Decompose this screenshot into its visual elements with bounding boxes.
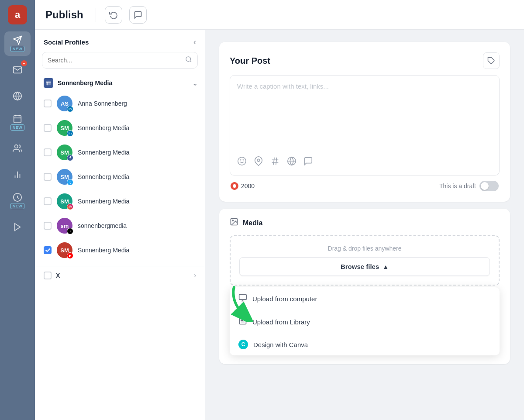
globe-icon [13,91,22,101]
caption-area[interactable]: Write a caption with text, links... [230,75,500,176]
caption-toolbar [237,156,492,168]
tag-button[interactable] [483,52,500,69]
profile-item[interactable]: SM f Sonnenberg Media [35,140,205,165]
profile-item[interactable]: SM ▶ Sonnenberg Media [35,238,205,262]
nav-item-analytics[interactable] [4,162,31,187]
profile-checkbox[interactable] [44,173,52,181]
nav-item-team[interactable] [4,136,31,161]
profile-name: Sonnenberg Media [78,198,129,205]
group-header[interactable]: Sonnenberg Media ⌄ [35,75,205,91]
svg-rect-15 [46,81,51,86]
location-button[interactable] [254,156,263,168]
analytics-icon [13,170,22,179]
search-icon [185,56,192,65]
post-section-title: Your Post [230,56,270,66]
profile-name: Anna Sonnenberg [78,100,127,107]
left-navigation: a NEW ● NEW [0,0,35,420]
profile-checkbox[interactable] [44,148,52,156]
drop-text: Drag & drop files anywhere [239,245,490,252]
network-badge-linkedin: in [67,106,73,112]
char-count-area: 2000 [231,182,255,190]
browse-label: Browse files [341,263,379,270]
profile-item[interactable]: SM ◎ Sonnenberg Media [35,189,205,213]
translate-button[interactable] [287,156,296,168]
network-badge-linkedin: in [67,130,73,137]
history-button[interactable] [105,6,122,24]
network-badge-youtube: ▶ [67,252,73,259]
profile-item[interactable]: AS in Anna Sonnenberg [35,91,205,116]
draft-area: This is a draft [439,181,499,191]
svg-line-14 [190,61,191,62]
profile-checkbox[interactable] [44,100,52,107]
x-group[interactable]: X › [35,266,205,285]
draft-toggle[interactable] [479,181,499,191]
history-icon [109,10,118,19]
nav-item-publish[interactable]: NEW [4,31,31,56]
nav-new-badge: NEW [10,46,25,52]
profile-checkbox[interactable] [44,124,52,132]
profile-checkbox[interactable] [44,197,52,205]
x-group-checkbox[interactable] [44,272,52,279]
char-limit-icon [231,182,238,190]
calendar-new-badge: NEW [10,124,25,131]
media-title: Media [243,219,262,227]
video-icon [13,222,22,232]
upload-library-item[interactable]: Upload from Library [230,310,500,334]
app-logo[interactable]: a [8,5,27,24]
svg-line-26 [276,158,277,165]
profiles-header: Social Profiles ‹ [35,30,205,52]
post-area: Your Post Write a caption with text, lin… [205,30,524,420]
inbox-badge: ● [21,60,27,66]
group-name: Sonnenberg Media [58,79,188,86]
svg-line-25 [273,158,274,165]
char-count: 2000 [241,182,255,189]
profile-checkbox[interactable] [44,222,52,230]
emoji-button[interactable] [237,156,247,168]
page-title: Publish [45,9,83,21]
group-icon [44,78,53,88]
nav-item-listen[interactable] [4,84,31,108]
profiles-title: Social Profiles [44,38,89,46]
inbox-icon [13,65,22,75]
post-header: Your Post [230,52,500,69]
profile-item[interactable]: sm ♪ sonnenbergmedia [35,213,205,238]
mention-button[interactable] [303,156,313,168]
main-area: Publish Social Profiles ‹ [35,0,524,420]
media-header: Media [230,217,500,228]
design-canva-label: Design with Canva [253,341,308,348]
nav-item-video[interactable] [4,215,31,239]
top-header: Publish [35,0,524,30]
svg-point-19 [238,157,246,165]
collapse-button[interactable]: ‹ [193,38,196,47]
design-canva-item[interactable]: C Design with Canva [230,334,500,355]
profile-name: Sonnenberg Media [78,149,129,156]
search-input[interactable] [48,57,182,64]
nav-item-calendar[interactable]: NEW [4,110,31,134]
media-icon [230,217,238,228]
browse-files-button[interactable]: Browse files ▲ [239,257,490,276]
profile-checkbox-checked[interactable] [44,246,52,254]
chevron-down-icon: ⌄ [192,79,198,87]
library-upload-icon [238,317,247,327]
comments-button[interactable] [129,6,147,24]
content-area: Social Profiles ‹ [35,30,524,420]
profile-name: Sonnenberg Media [78,247,129,254]
nav-item-inbox[interactable]: ● [4,58,31,82]
svg-point-8 [15,145,18,148]
svg-rect-4 [14,116,21,123]
profile-item[interactable]: SM in Sonnenberg Media [35,116,205,140]
svg-point-22 [257,159,260,162]
upload-computer-item[interactable]: Upload from computer [230,287,500,310]
hashtag-button[interactable] [270,156,280,168]
computer-upload-icon [238,293,247,304]
browse-dropdown-container: Upload from computer Upload from Librar [230,287,500,355]
media-section: Media Drag & drop files anywhere Browse … [219,209,510,364]
profile-item[interactable]: SM t Sonnenberg Media [35,165,205,189]
team-icon [13,144,22,153]
drop-zone[interactable]: Drag & drop files anywhere Browse files … [230,235,500,286]
svg-point-13 [186,57,191,62]
browse-dropdown-menu: Upload from computer Upload from Librar [230,287,500,355]
nav-item-reports[interactable]: NEW [4,189,31,213]
network-badge-tiktok: ♪ [67,228,73,234]
search-box [42,52,198,69]
